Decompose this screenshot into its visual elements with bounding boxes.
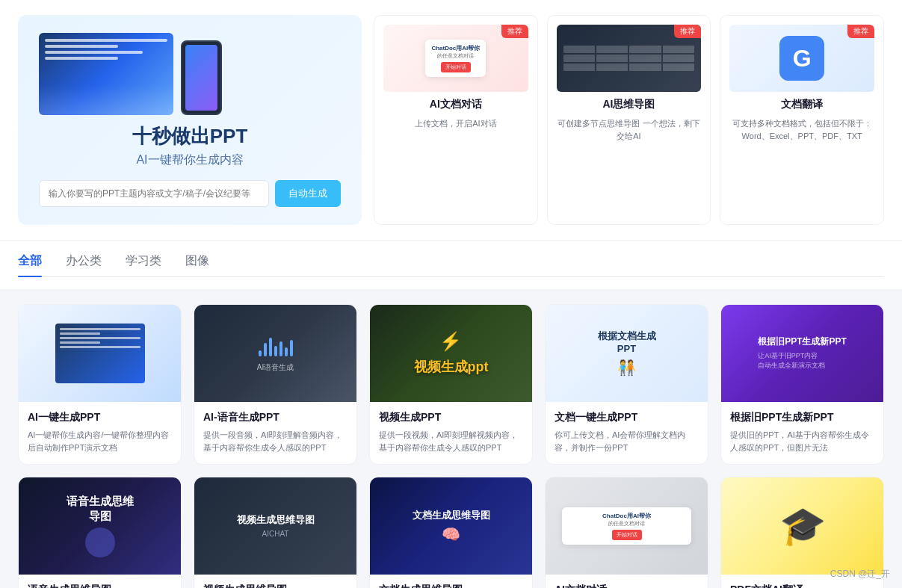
category-tabs: 全部 办公类 学习类 图像	[18, 253, 884, 277]
key	[663, 55, 694, 62]
key	[563, 46, 595, 53]
mockup-line	[45, 45, 118, 48]
tool-card-body-video-ppt: 视频生成PPT 提供一段视频，AI即刻理解视频内容，基于内容帮你生成令人感叹的P…	[370, 402, 532, 464]
tool-thumb-video-ppt: ⚡ 视频生成ppt	[370, 305, 532, 402]
chatdoc2-inner: ChatDoc用AI帮你 的任意文档对话 开始对话	[562, 507, 692, 545]
tool-title-chatdoc2: AI文档对话	[555, 584, 699, 588]
tool-thumb-video-mindmap: 视频生成思维导图 AICHAT	[194, 477, 356, 575]
voice-mindmap-thumb-bg: 语音生成思维导图	[19, 477, 181, 575]
tool-card-chatdoc2[interactable]: ChatDoc用AI帮你 的任意文档对话 开始对话 AI文档对话 上传文档，开启…	[545, 477, 708, 588]
tool-card-video-ppt[interactable]: ⚡ 视频生成ppt 视频生成PPT 提供一段视频，AI即刻理解视频内容，基于内容…	[369, 304, 533, 465]
key	[663, 46, 694, 53]
mockup-line	[45, 57, 118, 60]
doc-mindmap-icon: 🧠	[442, 525, 460, 543]
hero-card-mindmap[interactable]: 推荐 AI思维导图 可创建多节点思维导图 一个想法，剩下交给AI	[547, 15, 711, 225]
tool-card-body-old-ppt: 根据旧PPT生成新PPT 提供旧的PPT，AI基于内容帮你生成令人感叹的PPT，…	[721, 402, 883, 464]
doc-mindmap-label: 文档生成思维导图	[413, 509, 490, 522]
tool-card-video-mindmap[interactable]: 视频生成思维导图 AICHAT 视频生成思维导图 提供一段视频，AI即刻理解视频…	[194, 477, 357, 588]
tool-card-ai-ppt[interactable]: AI一键生成PPT AI一键帮你生成内容/一键帮你整理内容后自动制作PPT演示文…	[18, 304, 182, 465]
voice-mindmap-label: 语音生成思维导图	[67, 494, 134, 523]
tool-card-body-chatdoc2: AI文档对话 上传文档，开启AI对话	[546, 575, 708, 588]
doc-mindmap-thumb-bg: 文档生成思维导图 🧠	[370, 477, 532, 575]
chatdoc2-title: ChatDoc用AI帮你	[568, 512, 686, 520]
video-mindmap-label: 视频生成思维导图	[237, 513, 315, 527]
tool-title-voice-mindmap: 语音生成思维导图	[28, 584, 172, 588]
tab-office[interactable]: 办公类	[66, 253, 102, 276]
tool-card-body-doc-mindmap: 文档生成思维导图 你可上传文档，AI会帮你理解文档内容，并制作一份思维导图	[370, 575, 532, 588]
aichat-label: AICHAT	[262, 530, 289, 538]
tool-card-body-voice-ppt: AI-语音生成PPT 提供一段音频，AI即刻理解音频内容，基于内容帮你生成令人感…	[194, 402, 356, 464]
key	[629, 55, 661, 62]
doc-ppt-thumb-bg: 根据文档生成PPT 🧑‍🤝‍🧑	[546, 305, 708, 402]
tool-thumb-chatdoc2: ChatDoc用AI帮你 的任意文档对话 开始对话	[546, 477, 708, 575]
chatdoc2-thumb-bg: ChatDoc用AI帮你 的任意文档对话 开始对话	[546, 477, 708, 575]
tool-card-old-ppt[interactable]: 根据旧PPT生成新PPT 让AI基于旧PPT内容自动生成全新演示文档 根据旧PP…	[720, 304, 884, 465]
hero-card-translate[interactable]: G 推荐 文档翻译 可支持多种文档格式，包括但不限于：Word、Excel、PP…	[720, 15, 884, 225]
tool-desc-doc-ppt: 你可上传文档，AI会帮你理解文档内容，并制作一份PPT	[555, 429, 699, 455]
tool-title-pdf-translate: PDF文档AI翻译	[730, 584, 874, 588]
hero-section: 十秒做出PPT AI一键帮你生成内容 自动生成 ChatDoc用AI帮你 的任意…	[0, 0, 902, 240]
tool-title-doc-mindmap: 文档生成思维导图	[379, 584, 523, 588]
video-ppt-label: 视频生成ppt	[414, 358, 489, 376]
bar	[279, 341, 282, 356]
key	[596, 64, 628, 71]
old-ppt-thumb-bg: 根据旧PPT生成新PPT 让AI基于旧PPT内容自动生成全新演示文档	[721, 305, 883, 402]
bar	[264, 343, 267, 356]
tools-grid: AI一键生成PPT AI一键帮你生成内容/一键帮你整理内容后自动制作PPT演示文…	[18, 304, 884, 588]
hero-main-card: 十秒做出PPT AI一键帮你生成内容 自动生成	[18, 15, 362, 225]
tool-card-voice-mindmap[interactable]: 语音生成思维导图 语音生成思维导图 提供一段音频，AI即刻理解音频内容，基于内容…	[18, 477, 182, 588]
hero-card-translate-title: 文档翻译	[729, 98, 874, 111]
tool-thumb-old-ppt: 根据旧PPT生成新PPT 让AI基于旧PPT内容自动生成全新演示文档	[721, 305, 883, 402]
tool-title-doc-ppt: 文档一键生成PPT	[555, 411, 699, 424]
tool-desc-ai-ppt: AI一键帮你生成内容/一键帮你整理内容后自动制作PPT演示文档	[28, 429, 172, 455]
old-ppt-title-label: 根据旧PPT生成新PPT	[758, 335, 847, 348]
hero-card-mindmap-desc: 可创建多节点思维导图 一个想法，剩下交给AI	[557, 117, 702, 142]
tool-desc-video-ppt: 提供一段视频，AI即刻理解视频内容，基于内容帮你生成令人感叹的PPT	[379, 429, 523, 455]
mockup-line	[45, 39, 167, 42]
tool-thumb-doc-ppt: 根据文档生成PPT 🧑‍🤝‍🧑	[546, 305, 708, 402]
tab-image[interactable]: 图像	[185, 253, 209, 276]
tool-title-old-ppt: 根据旧PPT生成新PPT	[730, 411, 874, 424]
hero-preview	[39, 33, 341, 115]
tool-title-voice-ppt: AI-语音生成PPT	[203, 411, 347, 424]
tool-card-doc-ppt[interactable]: 根据文档生成PPT 🧑‍🤝‍🧑 文档一键生成PPT 你可上传文档，AI会帮你理解…	[545, 304, 708, 465]
ppt-topic-input[interactable]	[39, 180, 269, 207]
bar	[259, 350, 262, 356]
tab-all[interactable]: 全部	[18, 253, 42, 276]
hero-main-title: 十秒做出PPT AI一键帮你生成内容	[39, 124, 341, 168]
tool-card-doc-mindmap[interactable]: 文档生成思维导图 🧠 文档生成思维导图 你可上传文档，AI会帮你理解文档内容，并…	[369, 477, 533, 588]
pdf-translate-thumb-bg: 🎓	[721, 477, 883, 575]
key	[663, 64, 694, 71]
badge-recommended-3: 推荐	[847, 25, 874, 38]
mindmap-keys	[563, 46, 694, 71]
tool-title-video-ppt: 视频生成PPT	[379, 411, 523, 424]
hero-input-row: 自动生成	[39, 180, 341, 207]
tool-card-body-doc-ppt: 文档一键生成PPT 你可上传文档，AI会帮你理解文档内容，并制作一份PPT	[546, 402, 708, 464]
video-ppt-thumb-bg: ⚡ 视频生成ppt	[370, 305, 532, 402]
graduation-hat-icon: 🎓	[779, 504, 826, 548]
lightning-icon: ⚡	[439, 331, 462, 352]
auto-generate-button[interactable]: 自动生成	[275, 180, 341, 207]
tool-card-voice-ppt[interactable]: AI语音生成 AI-语音生成PPT 提供一段音频，AI即刻理解音频内容，基于内容…	[194, 304, 357, 465]
key	[596, 55, 628, 62]
hero-cards-grid: ChatDoc用AI帮你 的任意文档对话 开始对话 推荐 AI文档对话 上传文档…	[374, 15, 884, 225]
voice-circle-icon	[85, 527, 115, 557]
tool-title-ai-ppt: AI一键生成PPT	[28, 411, 172, 424]
key	[629, 64, 661, 71]
hero-card-thumb-mindmap: 推荐	[557, 25, 702, 92]
tool-desc-old-ppt: 提供旧的PPT，AI基于内容帮你生成令人感叹的PPT，但图片无法	[730, 429, 874, 455]
bar	[285, 347, 288, 356]
hero-card-thumb-translate: G 推荐	[729, 25, 874, 92]
footer-watermark: CSDN @迁_开	[830, 568, 890, 581]
tool-thumb-doc-mindmap: 文档生成思维导图 🧠	[370, 477, 532, 575]
doc-ppt-people-icon: 🧑‍🤝‍🧑	[598, 359, 656, 377]
tool-card-body-ai-ppt: AI一键生成PPT AI一键帮你生成内容/一键帮你整理内容后自动制作PPT演示文…	[19, 402, 181, 464]
tab-study[interactable]: 学习类	[126, 253, 161, 276]
hero-card-chatdoc[interactable]: ChatDoc用AI帮你 的任意文档对话 开始对话 推荐 AI文档对话 上传文档…	[374, 15, 538, 225]
main-content: AI一键生成PPT AI一键帮你生成内容/一键帮你整理内容后自动制作PPT演示文…	[0, 289, 902, 588]
tool-thumb-ai-ppt	[19, 305, 181, 402]
chatdoc2-sub: 的任意文档对话	[568, 520, 686, 527]
key	[563, 64, 595, 71]
badge-recommended-2: 推荐	[674, 25, 701, 38]
hero-card-thumb-chatdoc: ChatDoc用AI帮你 的任意文档对话 开始对话 推荐	[383, 25, 528, 92]
